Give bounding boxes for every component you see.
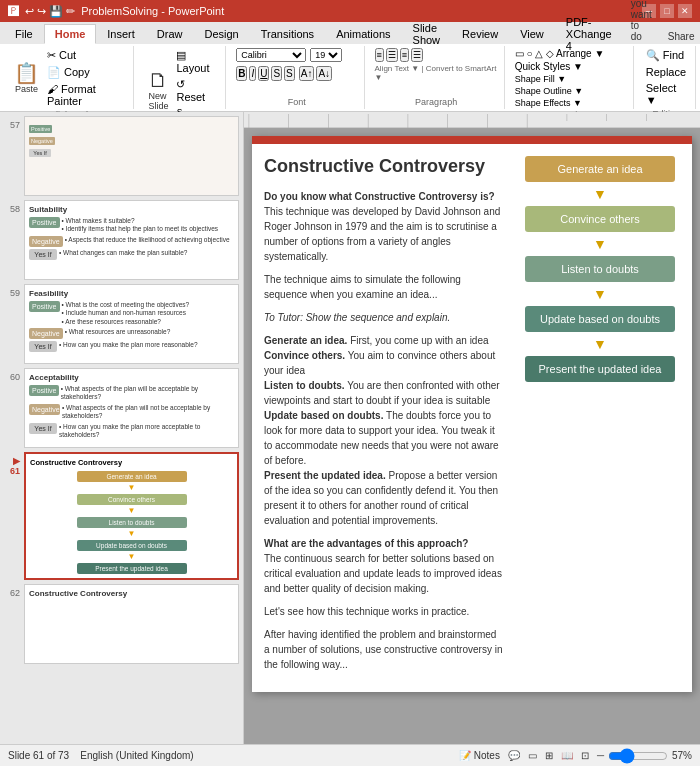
find-button[interactable]: 🔍 Find (644, 48, 689, 63)
slide-paragraph-6: After having identified the problem and … (264, 627, 504, 672)
slide-num-61: ▶ 61 (4, 452, 20, 476)
generate-label: Generate an idea. (264, 335, 347, 346)
new-slide-button[interactable]: 🗋 NewSlide (144, 68, 172, 113)
slide-thumb-60[interactable]: Acceptability Positive • What aspects of… (24, 368, 239, 448)
strikethrough-button[interactable]: S (271, 66, 282, 81)
slide57-positive-row: Positive (29, 125, 234, 133)
justify-button[interactable]: ☰ (411, 48, 423, 62)
replace-button[interactable]: Replace (644, 65, 689, 79)
slideshow-button[interactable]: ⊡ (581, 750, 589, 761)
decrease-font-button[interactable]: A↓ (316, 66, 332, 81)
tell-me-input[interactable]: 🔍 Tell me what you want to do (623, 0, 660, 44)
slide-thumb-61[interactable]: Constructive Controversy Generate an ide… (24, 452, 239, 580)
normal-view-button[interactable]: ▭ (528, 750, 537, 761)
maximize-button[interactable]: □ (660, 4, 674, 18)
bold-button[interactable]: B (236, 66, 247, 81)
paste-button[interactable]: 📋 Paste (10, 61, 43, 96)
content-area: | | | | | | | | | | | | | | | | | | | Co… (244, 112, 700, 744)
tab-slideshow[interactable]: Slide Show (402, 24, 452, 44)
slide-sorter-button[interactable]: ⊞ (545, 750, 553, 761)
font-family-select[interactable]: Calibri (236, 48, 306, 62)
share-button[interactable]: Share (660, 29, 700, 44)
slide60-title: Acceptability (29, 373, 234, 382)
reading-view-button[interactable]: 📖 (561, 750, 573, 761)
shape-fill-button[interactable]: Shape Fill ▼ (515, 74, 566, 84)
align-left-button[interactable]: ≡ (375, 48, 384, 62)
tab-view[interactable]: View (509, 24, 555, 44)
ribbon-group-slides: 🗋 NewSlide ▤ Layout ↺ Reset § Section Sl… (138, 46, 226, 109)
increase-font-button[interactable]: A↑ (299, 66, 315, 81)
tab-home[interactable]: Home (44, 24, 97, 44)
zoom-out-button[interactable]: ─ (597, 750, 604, 761)
slide60-negative-row: Negative • What aspects of the plan will… (29, 404, 234, 421)
align-center-button[interactable]: ☰ (386, 48, 398, 62)
cut-button[interactable]: ✂ Cut (45, 48, 127, 63)
font-size-select[interactable]: 192 (310, 48, 342, 62)
layout-button[interactable]: ▤ Layout (174, 48, 219, 75)
format-painter-button[interactable]: 🖌 Format Painter (45, 82, 127, 108)
tab-animations[interactable]: Animations (325, 24, 401, 44)
slide58-yesif-label: Yes If (29, 249, 57, 260)
language-info: English (United Kingdom) (80, 750, 193, 761)
zoom-control[interactable]: ─ 57% (597, 748, 692, 764)
slide57-yesif-label: Yes If (29, 149, 51, 157)
paragraph-1-text: This technique was developed by David Jo… (264, 206, 500, 262)
slide-paragraph-1: Do you know what Constructive Controvers… (264, 189, 504, 264)
zoom-slider[interactable] (608, 748, 668, 764)
slide-thumb-62[interactable]: Constructive Controversy (24, 584, 239, 664)
slide-num-57: 57 (4, 116, 20, 130)
slide-thumb-57[interactable]: Positive Negative Yes If (24, 116, 239, 196)
drawing-shapes: ▭ ○ △ ◇ Arrange ▼ Quick Styles ▼ Shape F… (515, 48, 627, 108)
align-right-button[interactable]: ≡ (400, 48, 409, 62)
copy-button[interactable]: 📄 Copy (45, 65, 127, 80)
slide61-arrow-3: ▼ (128, 530, 136, 538)
tab-pdf[interactable]: PDF-XChange 4 (555, 24, 623, 44)
underline-button[interactable]: U (258, 66, 269, 81)
main-area: 57 Positive Negative Yes If 58 (0, 112, 700, 744)
flow-arrow-1: ▼ (525, 186, 675, 202)
tab-design[interactable]: Design (193, 24, 249, 44)
slide58-negative-label: Negative (29, 236, 63, 247)
flow-box-convince: Convince others (525, 206, 675, 232)
slide-thumb-58[interactable]: Suitability Positive • What makes it sui… (24, 200, 239, 280)
paste-label: Paste (15, 84, 38, 94)
present-label: Present the updated idea. (264, 470, 386, 481)
shadow-button[interactable]: S (284, 66, 295, 81)
slide-canvas[interactable]: Constructive Controversy Do you know wha… (244, 128, 700, 744)
paragraph-4-text: The continuous search for better solutio… (264, 553, 502, 594)
slide-panel[interactable]: 57 Positive Negative Yes If 58 (0, 112, 244, 744)
italic-button[interactable]: I (249, 66, 256, 81)
close-button[interactable]: ✕ (678, 4, 692, 18)
paragraph-sub: Align Text ▼ | Convert to SmartArt ▼ (375, 64, 498, 82)
select-button[interactable]: Select ▼ (644, 81, 689, 107)
slide58-positive-text: • What makes it suitable?• Identify item… (62, 217, 219, 234)
shape-effects-button[interactable]: Shape Effects ▼ (515, 98, 582, 108)
slide60-positive-label: Positive (29, 385, 59, 396)
slide-info: Slide 61 of 73 English (United Kingdom) (8, 750, 194, 761)
tab-file[interactable]: File (4, 24, 44, 44)
slide-num-59: 59 (4, 284, 20, 298)
update-label: Update based on doubts. (264, 410, 383, 421)
flow-arrow-4: ▼ (525, 336, 675, 352)
tab-insert[interactable]: Insert (96, 24, 146, 44)
status-bar: Slide 61 of 73 English (United Kingdom) … (0, 744, 700, 766)
slide-paragraph-3: To Tutor: Show the sequence and explain. (264, 310, 504, 325)
notes-button[interactable]: 📝 Notes (459, 750, 500, 761)
slide-item-57: 57 Positive Negative Yes If (4, 116, 239, 196)
reset-button[interactable]: ↺ Reset (174, 77, 219, 104)
slide-thumb-59[interactable]: Feasibility Positive • What is the cost … (24, 284, 239, 364)
tab-transitions[interactable]: Transitions (250, 24, 325, 44)
flow-box-update: Update based on doubts (525, 306, 675, 332)
tab-review[interactable]: Review (451, 24, 509, 44)
slide-item-59: 59 Feasibility Positive • What is the co… (4, 284, 239, 364)
slide61-box-update: Update based on doubts (77, 540, 187, 551)
font-label: Font (288, 97, 306, 107)
shapes-icon: ▭ ○ △ ◇ (515, 48, 554, 59)
zoom-level: 57% (672, 750, 692, 761)
slide58-yesif-text: • What changes can make the plan suitabl… (59, 249, 187, 257)
comments-button[interactable]: 💬 (508, 750, 520, 761)
arrange-button[interactable]: Arrange ▼ (556, 48, 604, 59)
tab-draw[interactable]: Draw (146, 24, 194, 44)
quick-styles-button[interactable]: Quick Styles ▼ (515, 61, 583, 72)
shape-outline-button[interactable]: Shape Outline ▼ (515, 86, 583, 96)
